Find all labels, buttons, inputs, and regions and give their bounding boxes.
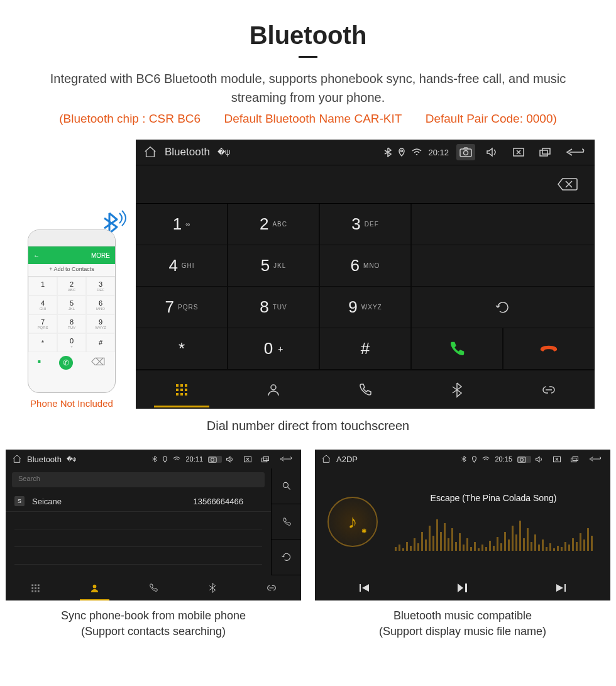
page-specs: (Bluetooth chip : CSR BC6 Default Blueto… — [0, 112, 616, 126]
next-track-button[interactable] — [512, 575, 610, 600]
svg-point-17 — [211, 458, 214, 461]
contact-initial-badge: S — [14, 496, 25, 506]
key-6[interactable]: 6MNO — [319, 245, 411, 287]
contacts-nav — [6, 575, 301, 600]
key-star[interactable]: * — [136, 328, 228, 370]
key-7[interactable]: 7PQRS — [136, 287, 228, 328]
home-icon[interactable] — [12, 454, 22, 464]
contacts-status-bar: Bluetooth �ψ 20:11 — [6, 450, 301, 468]
svg-rect-10 — [180, 389, 183, 391]
call-icon[interactable] — [272, 504, 301, 540]
back-button[interactable] — [278, 455, 295, 463]
dialer-caption: Dial number direct from touchscreen — [0, 419, 616, 433]
svg-rect-22 — [31, 584, 33, 586]
nav-contacts[interactable] — [65, 575, 124, 600]
screenshot-button[interactable] — [456, 144, 475, 160]
svg-rect-20 — [263, 456, 268, 460]
album-art-icon — [327, 497, 378, 547]
home-icon[interactable] — [321, 454, 331, 464]
close-x-button[interactable] — [243, 456, 257, 463]
wifi-icon — [173, 456, 180, 462]
phone-mock-video-icon: ▪ — [38, 356, 41, 370]
back-button[interactable] — [588, 455, 604, 463]
volume-button[interactable] — [226, 456, 239, 463]
svg-rect-14 — [185, 393, 187, 396]
call-answer-button[interactable] — [411, 328, 503, 370]
dialer-screen: Bluetooth �ψ 20:12 — [136, 140, 595, 409]
music-caption: Bluetooth music compatible (Support disp… — [315, 608, 610, 639]
key-3[interactable]: 3DEF — [319, 204, 411, 245]
sync-icon[interactable] — [272, 539, 301, 575]
home-icon[interactable] — [143, 145, 157, 159]
key-8[interactable]: 8TUV — [228, 287, 319, 328]
key-2[interactable]: 2ABC — [228, 204, 319, 245]
key-4[interactable]: 4GHI — [136, 245, 228, 287]
nav-contacts[interactable] — [228, 370, 319, 409]
call-hangup-button[interactable] — [503, 328, 595, 370]
contacts-status-time: 20:11 — [185, 455, 203, 463]
spec-pair: Default Pair Code: 0000) — [426, 112, 557, 125]
contacts-side-actions — [271, 468, 301, 575]
recent-apps-button[interactable] — [536, 144, 554, 160]
page-subtitle: Integrated with BC6 Bluetooth module, su… — [35, 69, 581, 107]
svg-rect-27 — [37, 587, 39, 589]
close-x-button[interactable] — [509, 144, 528, 160]
location-icon — [398, 148, 405, 157]
screenshot-button[interactable] — [208, 456, 222, 463]
close-x-button[interactable] — [553, 456, 566, 463]
back-button[interactable] — [562, 144, 587, 160]
nav-pair[interactable] — [503, 370, 595, 409]
phone-mock-back: ← — [33, 252, 40, 259]
svg-rect-30 — [37, 590, 39, 592]
search-input[interactable]: Search — [12, 472, 265, 487]
svg-rect-26 — [35, 587, 36, 589]
svg-rect-8 — [185, 384, 187, 387]
track-title: Escape (The Pina Colada Song) — [389, 493, 598, 503]
volume-button[interactable] — [483, 144, 502, 160]
nav-pair[interactable] — [242, 575, 301, 600]
recent-apps-button[interactable] — [261, 456, 275, 463]
svg-rect-5 — [542, 148, 550, 154]
screenshot-button[interactable] — [517, 456, 531, 463]
play-pause-button[interactable] — [414, 575, 512, 600]
music-visualizer — [389, 513, 598, 551]
nav-bluetooth[interactable] — [183, 575, 242, 600]
keypad: 1∞ 2ABC 3DEF 4GHI 5JKL 6MNO 7PQRS 8TUV 9… — [136, 204, 411, 370]
svg-rect-25 — [31, 587, 33, 589]
spec-chip: (Bluetooth chip : CSR BC6 — [59, 112, 201, 125]
phone-mockup: ← MORE + Add to Contacts 1 2ABC3DEF 4GHI… — [21, 230, 122, 409]
usb-icon: �ψ — [217, 148, 231, 157]
nav-calllog[interactable] — [124, 575, 183, 600]
svg-rect-4 — [540, 150, 547, 156]
nav-calllog[interactable] — [319, 370, 411, 409]
key-0[interactable]: 0+ — [228, 328, 319, 370]
redial-button[interactable] — [411, 287, 595, 328]
nav-bluetooth[interactable] — [411, 370, 503, 409]
bluetooth-status-icon — [152, 455, 157, 463]
key-5[interactable]: 5JKL — [228, 245, 319, 287]
svg-point-15 — [271, 385, 276, 390]
contacts-caption: Sync phone-book from mobile phone (Suppo… — [6, 608, 301, 639]
recent-apps-button[interactable] — [570, 456, 584, 463]
prev-track-button[interactable] — [315, 575, 414, 600]
contact-row[interactable]: S Seicane 13566664466 — [6, 491, 271, 512]
call-blank-1 — [411, 204, 595, 245]
volume-button[interactable] — [535, 456, 549, 463]
key-1[interactable]: 1∞ — [136, 204, 228, 245]
status-app-title: Bluetooth — [165, 146, 210, 158]
wifi-icon — [412, 148, 422, 156]
key-9[interactable]: 9WXYZ — [319, 287, 411, 328]
nav-keypad[interactable] — [6, 575, 65, 600]
contacts-screen: Bluetooth �ψ 20:11 Search — [6, 450, 301, 600]
music-status-title: A2DP — [336, 455, 358, 464]
svg-point-0 — [401, 150, 403, 152]
svg-point-31 — [92, 584, 96, 588]
svg-point-2 — [464, 151, 468, 155]
phone-mock-delete-icon: ⌫ — [91, 356, 106, 370]
search-icon[interactable] — [272, 468, 301, 504]
nav-keypad[interactable] — [136, 370, 228, 409]
contacts-status-title: Bluetooth — [27, 455, 62, 464]
key-hash[interactable]: # — [319, 328, 411, 370]
backspace-button[interactable] — [557, 177, 578, 191]
svg-rect-28 — [31, 590, 33, 592]
